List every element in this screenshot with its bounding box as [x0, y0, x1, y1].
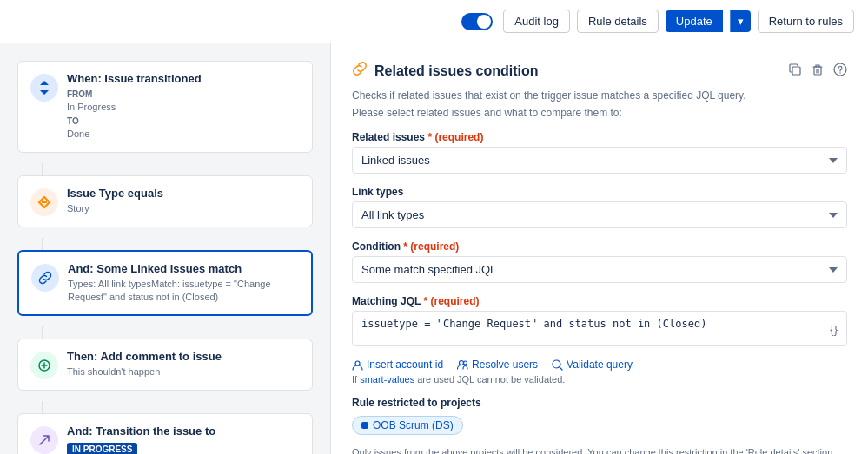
- issue-type-icon: [37, 195, 51, 209]
- panel-desc: Checks if related issues that exist on t…: [352, 88, 847, 103]
- jql-braces-icon: {}: [830, 322, 838, 335]
- linked-issues-card-icon: [31, 264, 59, 292]
- svg-point-6: [460, 360, 464, 365]
- rule-details-button[interactable]: Rule details: [577, 10, 659, 33]
- connector-2: [42, 238, 43, 250]
- add-comment-card-title: Then: Add comment to issue: [67, 350, 222, 363]
- left-panel: When: Issue transitioned FROM In Progres…: [0, 43, 330, 454]
- svg-rect-1: [792, 67, 800, 75]
- condition-label-text: Condition: [352, 240, 401, 253]
- related-issues-icon: [352, 61, 368, 76]
- related-issues-required: * (required): [427, 131, 483, 143]
- projects-label: Rule restricted to projects: [352, 397, 847, 409]
- panel-title-icon: [352, 61, 368, 81]
- link-types-select[interactable]: All link types Blocks Clones: [352, 201, 847, 228]
- matching-jql-required: * (required): [423, 295, 479, 307]
- matching-jql-label: Matching JQL * (required): [352, 295, 847, 307]
- project-tag-dot: [361, 422, 368, 429]
- return-to-rules-button[interactable]: Return to rules: [758, 10, 854, 33]
- connector-1: [42, 163, 43, 175]
- svg-point-7: [464, 361, 467, 365]
- issue-type-card-icon: [30, 188, 58, 216]
- main-content: When: Issue transitioned FROM In Progres…: [0, 43, 868, 454]
- project-tag: OOB Scrum (DS): [352, 416, 463, 435]
- related-issues-select[interactable]: Linked issues Sub-tasks Parent: [352, 147, 847, 174]
- transition-arrow-icon: [37, 433, 51, 447]
- link-types-label: Link types: [352, 186, 847, 198]
- matching-jql-textarea[interactable]: issuetype = "Change Request" and status …: [353, 312, 846, 343]
- validate-query-text: Validate query: [567, 359, 633, 371]
- add-comment-card-detail: This shouldn't happen: [67, 365, 222, 378]
- transition-card-content: And: Transition the issue to IN PROGRESS: [67, 424, 215, 454]
- right-panel: Related issues condition: [330, 43, 868, 454]
- svg-rect-2: [814, 67, 821, 75]
- panel-title: Related issues condition: [352, 61, 538, 81]
- trigger-card-detail: FROM In Progress TO Done: [67, 88, 202, 141]
- comment-icon: [37, 359, 51, 372]
- trigger-card[interactable]: When: Issue transitioned FROM In Progres…: [17, 61, 313, 153]
- linked-issues-card-title: And: Some Linked issues match: [68, 262, 299, 275]
- related-issues-label: Related issues * (required): [352, 131, 847, 143]
- issue-type-card-title: Issue Type equals: [67, 187, 163, 200]
- trigger-card-icon: [30, 74, 58, 102]
- resolve-users-text: Resolve users: [472, 359, 538, 371]
- linked-issues-card-content: And: Some Linked issues match Types: All…: [68, 262, 299, 305]
- resolve-users-icon: [457, 359, 468, 371]
- matching-jql-container: issuetype = "Change Request" and status …: [352, 311, 847, 346]
- transition-card-icon: [30, 426, 58, 454]
- account-icon: [352, 359, 363, 371]
- connector-4: [42, 401, 43, 413]
- update-button[interactable]: Update: [666, 10, 723, 32]
- inprogress-badge: IN PROGRESS: [67, 443, 137, 454]
- audit-log-button[interactable]: Audit log: [503, 10, 570, 33]
- svg-point-4: [839, 72, 840, 73]
- add-comment-card-content: Then: Add comment to issue This shouldn'…: [67, 350, 222, 378]
- related-issues-group: Related issues * (required) Linked issue…: [352, 131, 847, 174]
- panel-actions: [788, 63, 847, 80]
- help-icon[interactable]: [833, 63, 847, 80]
- condition-select[interactable]: Some match specified JQL All match speci…: [352, 256, 847, 283]
- active-toggle[interactable]: [461, 13, 493, 30]
- transition-icon: [37, 81, 51, 95]
- projects-section: Rule restricted to projects OOB Scrum (D…: [352, 397, 847, 454]
- condition-label: Condition * (required): [352, 240, 847, 253]
- insert-account-id-text: Insert account id: [367, 359, 443, 371]
- matching-jql-label-text: Matching JQL: [352, 295, 421, 307]
- to-value: Done: [67, 128, 89, 139]
- panel-title-text: Related issues condition: [374, 63, 538, 79]
- smart-values-note: If smart-values are used JQL can not be …: [352, 374, 847, 385]
- toolbar: Audit log Rule details Update ▾ Return t…: [0, 0, 868, 43]
- svg-point-5: [355, 361, 360, 365]
- add-comment-card[interactable]: Then: Add comment to issue This shouldn'…: [17, 339, 313, 391]
- trigger-card-content: When: Issue transitioned FROM In Progres…: [67, 72, 202, 141]
- toggle-container: [461, 13, 493, 30]
- related-issues-label-text: Related issues: [352, 131, 425, 143]
- insert-account-id-link[interactable]: Insert account id: [352, 359, 443, 371]
- resolve-users-link[interactable]: Resolve users: [457, 359, 538, 371]
- link-icon: [38, 271, 52, 285]
- issue-type-card-content: Issue Type equals Story: [67, 187, 163, 215]
- from-value: In Progress: [67, 102, 116, 112]
- smart-values-link[interactable]: smart-values: [360, 374, 414, 385]
- transition-card[interactable]: And: Transition the issue to IN PROGRESS: [17, 413, 313, 454]
- update-dropdown-button[interactable]: ▾: [730, 10, 751, 32]
- linked-issues-card-detail: Types: All link typesMatch: issuetype = …: [68, 278, 299, 305]
- svg-point-3: [834, 63, 846, 76]
- validate-query-link[interactable]: Validate query: [552, 359, 633, 371]
- project-tag-text: OOB Scrum (DS): [373, 419, 454, 431]
- linked-issues-card[interactable]: And: Some Linked issues match Types: All…: [17, 250, 313, 317]
- trigger-card-title: When: Issue transitioned: [67, 72, 202, 85]
- condition-required: * (required): [403, 240, 459, 253]
- condition-group: Condition * (required) Some match specif…: [352, 240, 847, 283]
- copy-icon[interactable]: [788, 63, 802, 80]
- panel-subdesc: Please select related issues and what to…: [352, 107, 847, 119]
- connector-3: [42, 326, 43, 339]
- from-label: FROM: [67, 89, 92, 99]
- link-types-group: Link types All link types Blocks Clones: [352, 186, 847, 228]
- issue-type-card[interactable]: Issue Type equals Story: [17, 175, 313, 227]
- panel-header: Related issues condition: [352, 61, 847, 81]
- projects-note: Only issues from the above projects will…: [352, 445, 847, 454]
- add-comment-card-icon: [30, 352, 58, 379]
- validate-icon: [552, 359, 563, 371]
- delete-icon[interactable]: [811, 63, 825, 80]
